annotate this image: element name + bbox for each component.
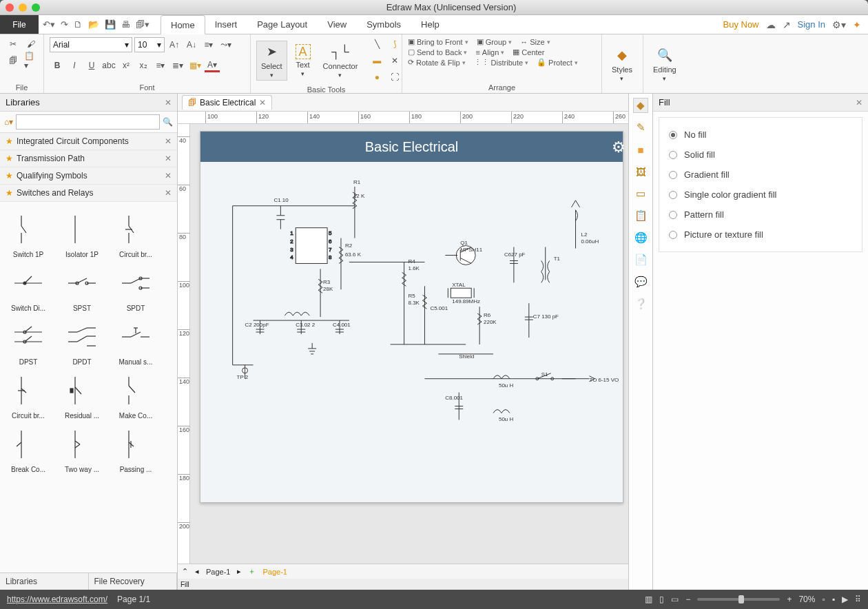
tab-help[interactable]: Help [411,15,450,34]
zoom-slider[interactable] [697,598,780,601]
shape-dpdt[interactable]: DPDT [55,313,109,367]
shape-fill-icon[interactable]: ■ [633,142,648,157]
print-button[interactable]: 🖶 [121,19,130,30]
shape-isolator-1p[interactable]: Isolator 1P [55,206,109,260]
shape-circuit-br-[interactable]: Circuit br... [1,367,55,421]
tab-symbols[interactable]: Symbols [357,15,411,34]
tab-page-layout[interactable]: Page Layout [247,15,318,34]
clipboard-icon[interactable]: 📋 [633,208,648,223]
grid-dots-icon[interactable]: ⠿ [855,595,861,604]
crosshair-icon[interactable]: ✕ [388,54,402,68]
add-page-icon[interactable]: ＋ [248,566,256,577]
page-tab-1[interactable]: Page-1 [206,568,230,576]
styles-button[interactable]: ◆Styles▾ [608,45,637,83]
help-icon[interactable]: ❔ [633,296,648,311]
ellipse-shape-icon[interactable]: ● [370,70,384,84]
fill-opt-single-gradient[interactable]: Single color gradient fill [666,185,855,205]
layer-tool-icon[interactable]: ▭ [633,186,648,201]
minimize-window-button[interactable] [19,3,27,12]
lib-tab-file-recovery[interactable]: File Recovery [89,573,178,590]
shape-manual-s-[interactable]: Manual s... [109,313,163,367]
picture-tool-icon[interactable]: 🖼 [633,164,648,179]
protect-button[interactable]: 🔒 Protect [537,58,578,67]
size-button[interactable]: ↔ Size [520,38,550,46]
font-name-select[interactable]: Arial▾ [50,37,132,52]
bullets-icon[interactable]: ≡▾ [153,59,168,72]
settings-icon[interactable]: ⚙▾ [832,19,846,30]
fill-tool-icon[interactable]: ◆ [633,98,648,113]
underline-icon[interactable]: U [84,59,99,72]
text-tool-button[interactable]: AText▾ [291,43,315,79]
fit-width-icon[interactable]: ▪ [832,595,835,604]
pages-arrow-icon[interactable]: ⌃ [182,567,188,576]
copy-icon[interactable]: 🗐 [6,54,20,68]
page-prev-icon[interactable]: ◂ [195,567,199,576]
canvas-viewport[interactable]: Basic Electrical ⚙ [190,124,628,564]
shape-break-co-[interactable]: Break Co... [1,421,55,475]
sign-in-link[interactable]: Sign In [798,19,825,30]
align-text-icon[interactable]: ≣▾ [170,59,185,72]
undo-button[interactable]: ↶▾ [43,19,55,30]
shrink-font-icon[interactable]: A↓ [184,38,199,52]
share-icon[interactable]: ↗ [783,19,791,30]
drawing-page[interactable]: Basic Electrical ⚙ [200,131,623,503]
tab-insert[interactable]: Insert [205,15,248,34]
shape-spst[interactable]: SPST [55,260,109,313]
bring-front-button[interactable]: ▣ Bring to Front [408,37,468,46]
lib-cat-integrated[interactable]: ★Integrated Circuit Components✕ [0,133,177,150]
zoom-in-icon[interactable]: + [787,595,792,604]
line-tool-icon[interactable]: ✎ [633,120,648,135]
file-menu-button[interactable]: File [0,15,39,34]
italic-icon[interactable]: I [67,59,82,72]
view-mode-2-icon[interactable]: ▯ [659,595,664,604]
shape-circuit-br-[interactable]: Circuit br... [109,206,163,260]
shape-passing-[interactable]: Passing ... [109,421,163,475]
send-back-button[interactable]: ▢ Send to Back [408,48,467,56]
zoom-value[interactable]: 70% [798,595,815,604]
export-button[interactable]: 🗐▾ [136,19,149,30]
connector-tool-button[interactable]: ┐└Connector▾ [319,41,362,80]
shape-spdt[interactable]: SPDT [109,260,163,313]
fill-opt-solid[interactable]: Solid fill [666,145,855,165]
search-icon[interactable]: 🔍 [163,117,173,127]
group-button[interactable]: ▣ Group [477,37,513,46]
redo-button[interactable]: ↷ [61,19,68,30]
strike-icon[interactable]: abc [101,59,116,72]
presentation-icon[interactable]: ▶ [842,595,848,604]
distribute-button[interactable]: ⋮⋮ Distribute [474,58,528,67]
shape-switch-di-[interactable]: Switch Di... [1,260,55,313]
close-window-button[interactable] [6,3,14,12]
open-button[interactable]: 📂 [88,19,99,30]
attachment-icon[interactable]: 📄 [633,252,648,267]
fill-opt-none[interactable]: No fill [666,125,855,145]
save-button[interactable]: 💾 [105,19,116,30]
rect-shape-icon[interactable]: ▬ [370,54,384,68]
center-button[interactable]: ▦ Center [513,48,544,56]
shape-dpst[interactable]: DPST [1,313,55,367]
fill-opt-pattern[interactable]: Pattern fill [666,205,855,225]
new-doc-button[interactable]: 🗋 [74,19,83,30]
shape-make-co-[interactable]: Make Co... [109,367,163,421]
libraries-search-input[interactable] [16,114,160,130]
libraries-close-icon[interactable]: ✕ [165,98,172,107]
cut-icon[interactable]: ✂ [6,37,20,51]
align-button[interactable]: ≡ Align [475,48,504,56]
tab-home[interactable]: Home [161,15,205,34]
cloud-icon[interactable]: ☁ [766,19,776,30]
font-color-icon[interactable]: A▾ [205,59,220,72]
lib-cat-switches[interactable]: ★Switches and Relays✕ [0,185,177,202]
lib-home-icon[interactable]: ⌂▾ [4,117,13,127]
editing-button[interactable]: 🔍Editing▾ [649,45,681,83]
fill-close-icon[interactable]: ✕ [856,98,862,107]
bold-icon[interactable]: B [50,59,65,72]
rotate-flip-button[interactable]: ⟳ Rotate & Flip [408,58,466,67]
shape-switch-1p[interactable]: Switch 1P [1,206,55,260]
page-next-icon[interactable]: ▸ [237,567,241,576]
subscript-icon[interactable]: x₂ [136,59,151,72]
highlight-icon[interactable]: ▦▾ [187,59,203,72]
comment-icon[interactable]: 💬 [633,274,648,289]
select-tool-button[interactable]: ➤Select▾ [256,41,287,81]
curve-text-icon[interactable]: ⤳▾ [218,38,234,52]
lib-tab-libraries[interactable]: Libraries [0,573,89,590]
fit-page-icon[interactable]: ▫ [822,595,825,604]
